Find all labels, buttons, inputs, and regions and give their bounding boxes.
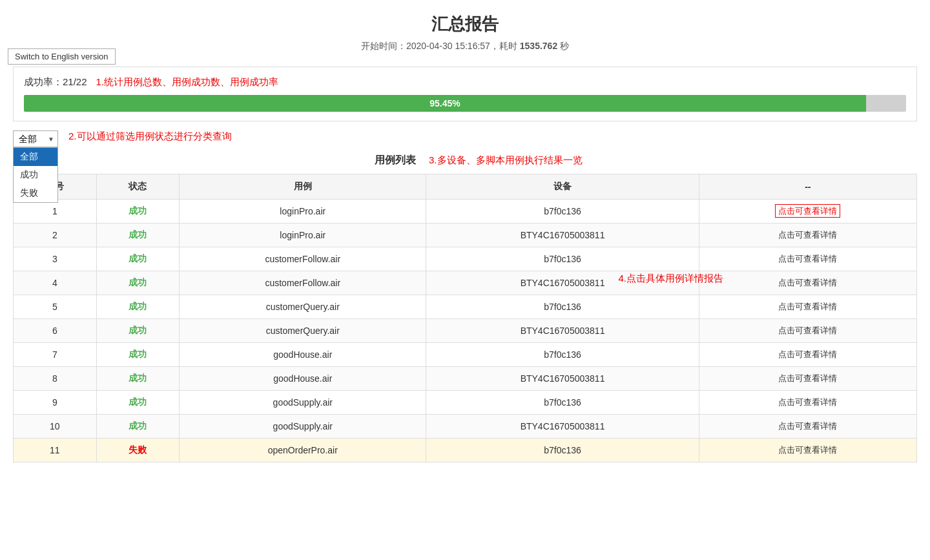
cell-id: 5	[14, 295, 97, 319]
page-title: 汇总报告	[0, 13, 930, 36]
detail-link[interactable]: 点击可查看详情	[778, 254, 837, 264]
cell-detail: 点击可查看详情	[699, 295, 916, 319]
detail-link[interactable]: 点击可查看详情	[778, 397, 837, 407]
cell-status: 失败	[96, 439, 180, 462]
cell-device: BTY4C16705003811	[426, 223, 699, 247]
cell-status: 成功	[96, 367, 180, 391]
detail-link[interactable]: 点击可查看详情	[778, 373, 837, 383]
annotation-2: 2.可以通过筛选用例状态进行分类查询	[68, 130, 232, 143]
cell-device: BTY4C16705003811	[426, 415, 699, 439]
cell-id: 9	[14, 391, 97, 415]
cell-detail: 点击可查看详情	[699, 439, 916, 462]
page-subtitle: 开始时间：2020-04-30 15:16:57，耗时 1535.762 秒	[0, 41, 930, 52]
table-row: 5成功customerQuery.airb7f0c136点击可查看详情	[14, 295, 917, 319]
progress-bar-outer: 95.45%	[24, 95, 906, 112]
cell-case: goodSupply.air	[180, 415, 426, 439]
filter-option-all[interactable]: 全部	[14, 148, 57, 166]
cell-status: 成功	[96, 200, 180, 223]
table-row: 10成功goodSupply.airBTY4C16705003811点击可查看详…	[14, 415, 917, 439]
cell-detail: 点击可查看详情	[699, 271, 916, 295]
cell-case: loginPro.air	[180, 223, 426, 247]
cell-id: 4	[14, 271, 97, 295]
cell-status: 成功	[96, 223, 180, 247]
cell-case: customerFollow.air	[180, 247, 426, 271]
detail-link[interactable]: 点击可查看详情	[778, 278, 837, 287]
cell-device: BTY4C16705003811	[426, 319, 699, 343]
cell-id: 2	[14, 223, 97, 247]
table-row: 8成功goodHouse.airBTY4C16705003811点击可查看详情	[14, 367, 917, 391]
page-header: 汇总报告 开始时间：2020-04-30 15:16:57，耗时 1535.76…	[0, 0, 930, 59]
filter-dropdown-menu: 全部 成功 失败	[13, 147, 58, 203]
cell-detail: 点击可查看详情	[699, 343, 916, 367]
cell-case: goodHouse.air	[180, 343, 426, 367]
cell-detail: 点击可查看详情	[699, 247, 916, 271]
cell-status: 成功	[96, 295, 180, 319]
cell-detail: 点击可查看详情	[699, 367, 916, 391]
switch-language-button[interactable]: Switch to English version	[8, 48, 116, 65]
progress-bar-inner: 95.45%	[24, 95, 866, 112]
filter-option-fail[interactable]: 失败	[14, 184, 57, 202]
col-header-status: 状态	[96, 174, 180, 200]
table-row: 7成功goodHouse.airb7f0c136点击可查看详情	[14, 343, 917, 367]
detail-link[interactable]: 点击可查看详情	[778, 326, 837, 335]
table-section: 用例列表 3.多设备、多脚本用例执行结果一览 序号 状态 用例 设备 -- 1成…	[13, 154, 917, 462]
detail-link[interactable]: 点击可查看详情	[778, 230, 837, 240]
cell-device: b7f0c136	[426, 247, 699, 271]
cell-id: 11	[14, 439, 97, 462]
cell-status: 成功	[96, 271, 180, 295]
cell-device: b7f0c136	[426, 295, 699, 319]
detail-link[interactable]: 点击可查看详情	[778, 302, 837, 311]
table-title: 用例列表	[375, 154, 416, 167]
cell-id: 8	[14, 367, 97, 391]
cell-device: b7f0c136	[426, 391, 699, 415]
cell-id: 3	[14, 247, 97, 271]
cell-case: goodSupply.air	[180, 391, 426, 415]
success-rate-section: 成功率：21/22 1.统计用例总数、用例成功数、用例成功率 95.45%	[13, 67, 917, 121]
cell-status: 成功	[96, 247, 180, 271]
detail-link[interactable]: 点击可查看详情	[778, 349, 837, 359]
cell-device: b7f0c136	[426, 439, 699, 462]
cell-status: 成功	[96, 319, 180, 343]
cell-id: 10	[14, 415, 97, 439]
cell-status: 成功	[96, 343, 180, 367]
table-row: 9成功goodSupply.airb7f0c136点击可查看详情	[14, 391, 917, 415]
annotation-3: 3.多设备、多脚本用例执行结果一览	[429, 154, 583, 167]
table-row: 4成功customerFollow.airBTY4C16705003811点击可…	[14, 271, 917, 295]
table-row: 11失败openOrderPro.airb7f0c136点击可查看详情	[14, 439, 917, 462]
filter-option-success[interactable]: 成功	[14, 166, 57, 184]
table-row: 2成功loginPro.airBTY4C16705003811点击可查看详情	[14, 223, 917, 247]
cell-id: 7	[14, 343, 97, 367]
results-table: 序号 状态 用例 设备 -- 1成功loginPro.airb7f0c136点击…	[13, 174, 917, 462]
detail-link[interactable]: 点击可查看详情	[775, 204, 840, 218]
cell-detail: 点击可查看详情	[699, 223, 916, 247]
cell-detail: 点击可查看详情	[699, 415, 916, 439]
cell-status: 成功	[96, 415, 180, 439]
cell-case: openOrderPro.air	[180, 439, 426, 462]
cell-case: goodHouse.air	[180, 367, 426, 391]
col-header-case: 用例	[180, 174, 426, 200]
cell-case: customerQuery.air	[180, 295, 426, 319]
cell-id: 1	[14, 200, 97, 223]
cell-case: customerFollow.air	[180, 271, 426, 295]
cell-case: customerQuery.air	[180, 319, 426, 343]
col-header-device: 设备	[426, 174, 699, 200]
col-header-action: --	[699, 174, 916, 200]
cell-device: b7f0c136	[426, 343, 699, 367]
cell-case: loginPro.air	[180, 200, 426, 223]
cell-status: 成功	[96, 391, 180, 415]
cell-detail: 点击可查看详情	[699, 391, 916, 415]
table-row: 6成功customerQuery.airBTY4C16705003811点击可查…	[14, 319, 917, 343]
success-rate-label: 成功率：21/22	[24, 76, 87, 88]
cell-device: BTY4C16705003811	[426, 367, 699, 391]
cell-device: b7f0c136	[426, 200, 699, 223]
cell-device: BTY4C16705003811	[426, 271, 699, 295]
filter-section: 全部 成功 失败 ▼ 全部 成功 失败 2.可以通过筛选用例状态进行分类查询	[13, 130, 917, 147]
cell-id: 6	[14, 319, 97, 343]
detail-link[interactable]: 点击可查看详情	[778, 421, 837, 431]
annotation-1: 1.统计用例总数、用例成功数、用例成功率	[96, 76, 279, 88]
filter-select[interactable]: 全部 成功 失败	[13, 130, 58, 147]
cell-detail: 点击可查看详情	[699, 319, 916, 343]
cell-detail: 点击可查看详情	[699, 200, 916, 223]
detail-link[interactable]: 点击可查看详情	[778, 445, 837, 455]
table-row: 1成功loginPro.airb7f0c136点击可查看详情	[14, 200, 917, 223]
